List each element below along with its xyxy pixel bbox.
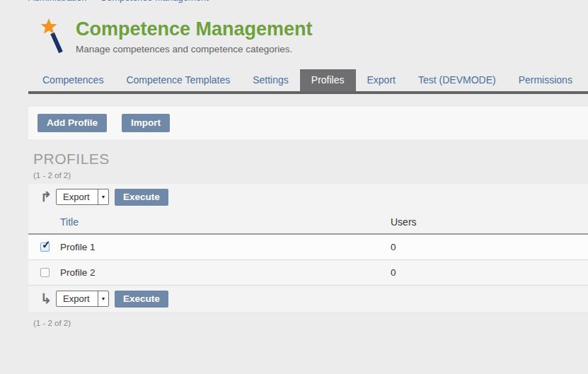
result-range-top: (1 - 2 of 2): [33, 171, 588, 180]
cell-title: Profile 1: [60, 242, 391, 252]
cell-users: 0: [391, 242, 588, 252]
tab-profiles[interactable]: Profiles: [300, 69, 356, 91]
select-caret-icon[interactable]: ▼: [98, 189, 108, 204]
execute-button-top[interactable]: Execute: [115, 189, 168, 206]
bulk-action-row-bottom: ↳ Export ▼ Execute: [28, 286, 588, 312]
bulk-action-select-bottom[interactable]: Export ▼: [56, 291, 109, 307]
result-range-bottom: (1 - 2 of 2): [33, 319, 588, 327]
execute-button-bottom[interactable]: Execute: [115, 291, 168, 308]
table-row: ✓ Profile 1 0: [28, 235, 588, 260]
import-button[interactable]: Import: [122, 114, 170, 132]
profiles-table-panel: ↱ Export ▼ Execute Title Users ✓ Profile…: [28, 184, 588, 312]
cell-title: Profile 2: [60, 267, 391, 278]
profiles-heading: PROFILES: [33, 151, 588, 168]
bulk-action-selected-value: Export: [57, 189, 98, 204]
row-checkbox-profile-2[interactable]: [40, 268, 50, 277]
apply-above-arrow-icon: ↳: [40, 292, 52, 305]
tab-permissions[interactable]: Permissions: [507, 69, 584, 91]
column-header-users: Users: [391, 216, 588, 228]
tab-competences[interactable]: Competences: [31, 69, 115, 91]
page-subtitle: Manage competences and competence catego…: [76, 44, 313, 54]
breadcrumb: Administration»Competence Management: [28, 0, 311, 4]
table-row: Profile 2 0: [28, 260, 588, 286]
page-header: Competence Management Manage competences…: [40, 18, 588, 55]
magic-wand-icon: [40, 18, 67, 55]
breadcrumb-link-administration[interactable]: Administration: [28, 0, 86, 3]
page-title: Competence Management: [76, 18, 313, 40]
breadcrumb-separator: »: [86, 0, 100, 3]
tab-competence-templates[interactable]: Competence Templates: [115, 69, 241, 91]
column-header-title[interactable]: Title: [60, 216, 391, 228]
cell-users: 0: [391, 267, 588, 278]
checkmark-icon: ✓: [42, 239, 51, 250]
bulk-action-selected-value: Export: [57, 291, 98, 306]
table-header-row: Title Users: [28, 210, 588, 235]
apply-below-arrow-icon: ↱: [40, 190, 52, 204]
action-toolbar: Add Profile Import: [28, 107, 588, 139]
tab-test-devmode[interactable]: Test (DEVMODE): [407, 69, 507, 91]
profiles-section-header: PROFILES (1 - 2 of 2): [33, 151, 588, 180]
row-checkbox-profile-1[interactable]: ✓: [40, 242, 50, 252]
tab-underline: [28, 91, 588, 94]
breadcrumb-link-competence-management[interactable]: Competence Management: [100, 0, 209, 3]
tab-bar: Competences Competence Templates Setting…: [0, 69, 588, 94]
tab-settings[interactable]: Settings: [241, 69, 300, 91]
add-profile-button[interactable]: Add Profile: [38, 114, 107, 132]
select-caret-icon[interactable]: ▼: [98, 291, 108, 306]
bulk-action-row-top: ↱ Export ▼ Execute: [28, 184, 588, 210]
tab-export[interactable]: Export: [356, 69, 407, 91]
bulk-action-select-top[interactable]: Export ▼: [56, 189, 109, 205]
